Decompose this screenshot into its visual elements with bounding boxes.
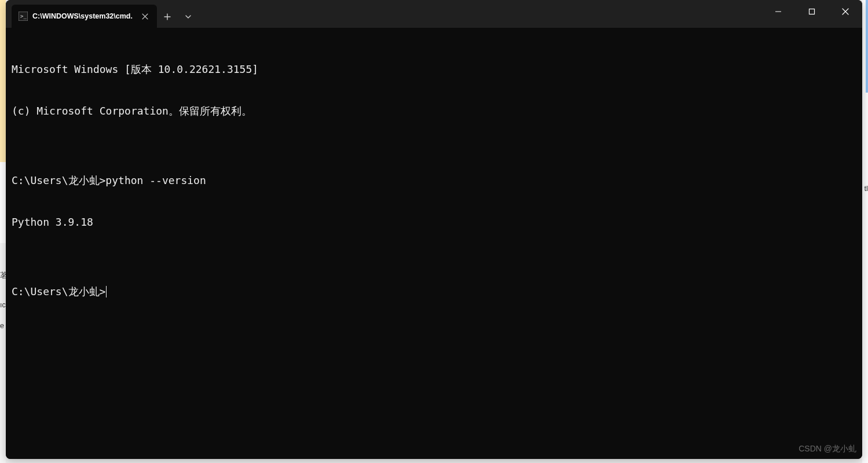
tab-dropdown-button[interactable] bbox=[178, 6, 199, 27]
terminal-prompt-line: C:\Users\龙小虬> bbox=[12, 285, 856, 299]
background-right-fragment: tl bbox=[865, 184, 869, 193]
titlebar[interactable]: >_ C:\WINDOWS\system32\cmd. bbox=[6, 0, 862, 28]
background-left-edge bbox=[0, 0, 6, 463]
tabs-area: >_ C:\WINDOWS\system32\cmd. bbox=[6, 5, 199, 28]
tab-active[interactable]: >_ C:\WINDOWS\system32\cmd. bbox=[12, 5, 157, 28]
watermark: CSDN @龙小虬 bbox=[799, 442, 856, 455]
background-left-fragment-2: ıc bbox=[0, 301, 6, 309]
cmd-icon: >_ bbox=[19, 12, 28, 21]
terminal-line: (c) Microsoft Corporation。保留所有权利。 bbox=[12, 104, 856, 118]
terminal-line: Microsoft Windows [版本 10.0.22621.3155] bbox=[12, 63, 856, 76]
new-tab-button[interactable] bbox=[157, 6, 178, 27]
maximize-button[interactable] bbox=[795, 0, 829, 23]
cursor-icon bbox=[106, 286, 107, 297]
close-button[interactable] bbox=[829, 0, 862, 23]
window-controls bbox=[761, 0, 862, 23]
svg-text:>_: >_ bbox=[20, 13, 27, 19]
tab-title: C:\WINDOWS\system32\cmd. bbox=[32, 12, 133, 20]
terminal-line: C:\Users\龙小虬>python --version bbox=[12, 174, 856, 188]
terminal-prompt-text: C:\Users\龙小虬> bbox=[12, 285, 105, 297]
svg-rect-2 bbox=[810, 9, 815, 14]
terminal-output[interactable]: Microsoft Windows [版本 10.0.22621.3155] (… bbox=[6, 28, 862, 459]
background-left-fragment-3: e bbox=[0, 322, 4, 330]
background-right-accent bbox=[866, 0, 868, 93]
terminal-window: >_ C:\WINDOWS\system32\cmd. bbox=[6, 0, 862, 459]
terminal-line: Python 3.9.18 bbox=[12, 215, 856, 229]
tab-close-button[interactable] bbox=[140, 10, 151, 22]
minimize-button[interactable] bbox=[761, 0, 795, 23]
